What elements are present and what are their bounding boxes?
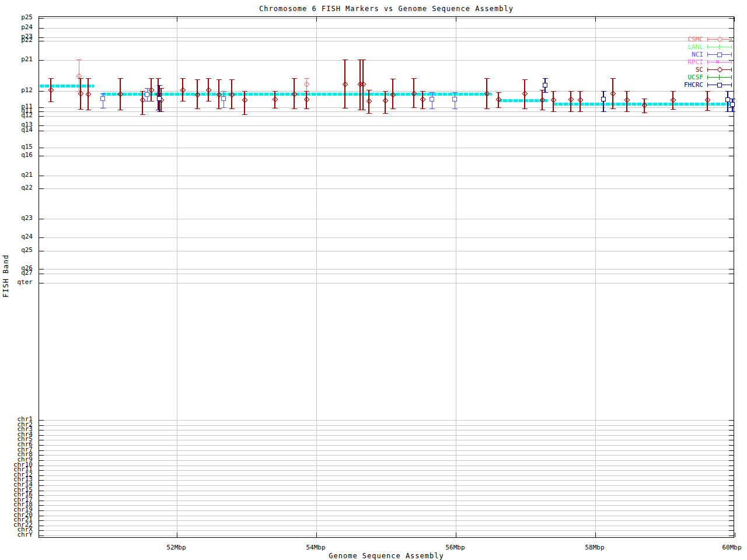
x-tick-mark <box>316 17 317 22</box>
y-tick-mark <box>39 60 44 61</box>
band-gridline <box>39 445 734 446</box>
y-tick-label: q22 <box>0 185 33 190</box>
legend-label: NCI <box>692 51 703 58</box>
y-tick-mark <box>729 445 734 446</box>
legend-label: LANL <box>688 43 704 51</box>
y-tick-mark <box>729 176 734 176</box>
y-tick-mark <box>729 269 734 270</box>
sc-marker <box>304 97 310 103</box>
band-gridline <box>39 435 734 436</box>
y-tick-mark <box>729 505 734 506</box>
band-gridline <box>39 116 734 117</box>
csmc-legend-marker <box>717 37 723 43</box>
band-gridline <box>39 480 734 481</box>
sc-marker <box>670 97 676 103</box>
csmc-marker <box>304 82 310 88</box>
sc-error-cap <box>217 108 222 109</box>
y-tick-mark <box>39 41 44 41</box>
sc-marker <box>48 88 54 93</box>
y-tick-mark <box>39 501 44 501</box>
sc-error-cap <box>229 108 235 109</box>
legend-sample <box>707 66 732 74</box>
y-tick-mark <box>39 445 44 446</box>
mbp-gridline <box>595 17 596 537</box>
sc-marker <box>140 97 146 103</box>
sc-error-cap <box>206 78 211 79</box>
band-gridline <box>39 18 734 19</box>
y-tick-label: q27 <box>0 270 33 275</box>
nci-error-cap <box>221 107 226 108</box>
x-tick-mark <box>735 533 735 537</box>
y-tick-label: q23 <box>0 215 33 220</box>
y-tick-mark <box>39 28 44 29</box>
legend-sample-cap <box>731 60 732 64</box>
x-tick-label: 60Mbp <box>713 544 747 551</box>
sc-error-cap <box>610 78 616 79</box>
y-tick-mark <box>729 237 734 238</box>
y-tick-mark <box>39 526 44 526</box>
nci-error-cap <box>221 91 226 92</box>
y-tick-mark <box>729 510 734 511</box>
y-tick-label: q16 <box>0 152 33 158</box>
sc-marker <box>273 97 278 103</box>
band-gridline <box>39 274 734 274</box>
sc-marker <box>568 97 574 103</box>
y-tick-label: chrY <box>0 532 33 537</box>
sc-error-cap <box>624 91 630 92</box>
x-tick-label: 56Mbp <box>437 544 474 551</box>
sc-marker <box>205 88 211 93</box>
x-tick-mark <box>456 17 456 22</box>
y-tick-mark <box>729 495 734 496</box>
sc-marker <box>624 97 630 103</box>
fhcrc-error-cap <box>601 91 606 92</box>
x-tick-label: 54Mbp <box>297 544 334 551</box>
nci-marker <box>145 92 149 97</box>
y-tick-mark <box>39 219 44 219</box>
y-tick-mark <box>39 455 44 456</box>
x-axis-title: Genome Sequence Assembly <box>39 552 734 560</box>
y-tick-mark <box>729 475 734 476</box>
nci-error-cap <box>100 93 106 94</box>
y-tick-mark <box>39 520 44 521</box>
band-gridline <box>39 176 734 176</box>
y-tick-mark <box>39 440 44 440</box>
sc-marker <box>366 99 372 104</box>
ucsf-legend-marker <box>719 75 720 80</box>
legend-item-nci: NCI <box>692 51 732 58</box>
y-tick-mark <box>729 125 734 126</box>
sc-error-cap <box>484 108 490 109</box>
sc-error-cap <box>242 91 247 92</box>
sc-marker <box>705 97 711 103</box>
sc-error-cap <box>568 91 574 92</box>
y-tick-mark <box>729 450 734 451</box>
sc-error-cap <box>361 110 366 110</box>
sc-marker <box>383 98 389 104</box>
x-tick-mark <box>316 533 317 537</box>
nci-marker <box>221 96 226 101</box>
sc-error-cap <box>624 111 630 112</box>
y-tick-mark <box>729 156 734 156</box>
sc-error-cap <box>304 91 309 92</box>
band-gridline <box>39 131 734 131</box>
fhcrc-marker <box>157 96 162 101</box>
sc-error-cap <box>292 108 297 109</box>
fhcrc-marker <box>543 83 547 88</box>
csmc-error-cap <box>304 78 309 79</box>
legend-sample <box>707 74 732 81</box>
assembly-track-segment <box>40 85 95 88</box>
sc-error-cap <box>292 78 297 79</box>
sc-marker <box>180 88 186 93</box>
sc-error-cap <box>140 114 145 115</box>
band-gridline <box>39 460 734 461</box>
sc-error-cap <box>411 107 417 108</box>
y-tick-mark <box>39 425 44 426</box>
y-tick-mark <box>729 425 734 426</box>
nci-error-cap <box>430 92 435 93</box>
y-tick-mark <box>729 460 734 461</box>
y-tick-mark <box>729 530 734 531</box>
band-gridline <box>39 470 734 471</box>
legend-sample-cap <box>707 60 708 64</box>
y-tick-mark <box>729 435 734 436</box>
legend-sample-cap <box>707 37 708 41</box>
legend-label: SC <box>696 66 703 74</box>
